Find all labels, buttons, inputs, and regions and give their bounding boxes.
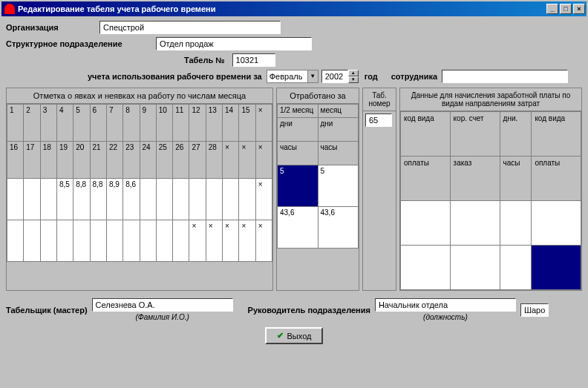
attendance-value-cell[interactable]: [239, 179, 255, 220]
worked-header: Отработано за: [277, 88, 359, 104]
attendance-value-cell[interactable]: [106, 220, 122, 262]
worked-hours-full[interactable]: 43,6: [318, 207, 359, 249]
attendance-value-cell[interactable]: [7, 220, 24, 262]
attendance-value-cell[interactable]: ×: [223, 220, 239, 262]
payroll-cell[interactable]: [450, 246, 500, 290]
attendance-value-cell[interactable]: [140, 179, 156, 220]
attendance-value-cell[interactable]: ×: [255, 179, 272, 220]
year-up-icon[interactable]: ▲: [348, 70, 359, 76]
attendance-day-cell: 21: [90, 142, 106, 179]
supervisor-name-input[interactable]: [520, 303, 549, 317]
attendance-day-cell: 16: [7, 142, 24, 179]
attendance-value-cell[interactable]: ×: [189, 220, 206, 262]
attendance-value-cell[interactable]: [56, 220, 73, 262]
attendance-day-cell: 26: [173, 142, 189, 179]
close-button[interactable]: ×: [573, 4, 585, 14]
chevron-down-icon[interactable]: ▼: [307, 70, 318, 82]
attendance-value-cell[interactable]: [173, 179, 189, 220]
attendance-value-cell[interactable]: [40, 179, 56, 220]
attendance-value-cell[interactable]: [90, 220, 106, 262]
payroll-header-cell: оплаты: [401, 157, 451, 201]
payroll-cell[interactable]: [401, 246, 451, 290]
worked-panel: Отработано за 1/2 месяц месяц дни дни ча…: [276, 88, 359, 291]
attendance-value-cell[interactable]: [206, 179, 222, 220]
attendance-value-cell[interactable]: [140, 220, 156, 262]
attendance-value-cell[interactable]: [74, 220, 90, 262]
month-input[interactable]: [267, 70, 307, 82]
attendance-value-cell[interactable]: [156, 179, 172, 220]
attendance-value-cell[interactable]: 8,8: [74, 179, 90, 220]
attendance-day-cell: ×: [239, 142, 255, 179]
window-title: Редактирование табеля учета рабочего вре…: [18, 4, 546, 13]
attendance-day-cell: 9: [140, 105, 156, 142]
titlebar: Редактирование табеля учета рабочего вре…: [1, 1, 587, 16]
timekeeper-input[interactable]: [92, 298, 233, 312]
exit-button[interactable]: ✔ Выход: [265, 327, 324, 344]
attendance-value-cell[interactable]: [123, 220, 140, 262]
worked-days-full[interactable]: 5: [318, 165, 359, 207]
dept-input[interactable]: [156, 37, 312, 50]
payroll-header-cell: заказ: [450, 157, 500, 201]
payroll-cell[interactable]: [532, 201, 581, 246]
year-input[interactable]: [321, 70, 348, 83]
attendance-value-cell[interactable]: [40, 220, 56, 262]
tabno-header: Таб. номер: [363, 88, 396, 111]
attendance-value-cell[interactable]: [24, 220, 40, 262]
tabel-no-input[interactable]: [232, 53, 275, 67]
worked-days-label: дни: [278, 118, 318, 142]
org-input[interactable]: [99, 21, 281, 34]
attendance-value-cell[interactable]: [7, 179, 24, 220]
attendance-day-cell: ×: [255, 142, 272, 179]
dept-label: Структурное подразделение: [6, 39, 156, 48]
attendance-value-cell[interactable]: [156, 220, 172, 262]
attendance-value-cell[interactable]: [173, 220, 189, 262]
payroll-header-cell: оплаты: [532, 157, 581, 201]
payroll-cell[interactable]: [500, 246, 532, 290]
worked-days-half[interactable]: 5: [278, 165, 318, 207]
window: Редактирование табеля учета рабочего вре…: [0, 0, 588, 388]
check-icon: ✔: [277, 331, 284, 341]
tabel-no-label: Табель №: [184, 56, 225, 65]
attendance-day-cell: 17: [24, 142, 40, 179]
period-label: учета использования рабочего времени за: [88, 72, 262, 81]
attendance-day-cell: 15: [239, 105, 255, 142]
attendance-value-cell[interactable]: 8,5: [56, 179, 73, 220]
payroll-cell[interactable]: [401, 201, 451, 246]
attendance-value-cell[interactable]: ×: [206, 220, 222, 262]
attendance-value-cell[interactable]: [189, 179, 206, 220]
attendance-day-cell: 27: [189, 142, 206, 179]
supervisor-title-input[interactable]: [375, 298, 516, 312]
attendance-day-cell: ×: [255, 105, 272, 142]
worked-hours-half[interactable]: 43,6: [278, 207, 318, 249]
attendance-day-cell: 23: [123, 142, 140, 179]
attendance-header: Отметка о явках и неявках на работу по ч…: [7, 88, 272, 104]
attendance-value-cell[interactable]: [24, 179, 40, 220]
month-combo[interactable]: ▼: [267, 70, 318, 83]
exit-label: Выход: [287, 332, 312, 341]
supervisor-hint: (должность): [375, 313, 516, 321]
attendance-day-cell: 22: [106, 142, 122, 179]
year-down-icon[interactable]: ▼: [348, 76, 359, 83]
attendance-value-cell[interactable]: ×: [255, 220, 272, 262]
attendance-value-cell[interactable]: [223, 179, 239, 220]
payroll-header-cell: кор. счет: [450, 112, 500, 157]
maximize-button[interactable]: □: [560, 4, 572, 14]
payroll-cell[interactable]: [450, 201, 500, 246]
attendance-value-cell[interactable]: 8,6: [123, 179, 140, 220]
employee-input[interactable]: [442, 70, 568, 83]
attendance-day-cell: 6: [90, 105, 106, 142]
payroll-cell[interactable]: [500, 201, 532, 246]
attendance-day-cell: 20: [74, 142, 90, 179]
attendance-value-cell[interactable]: 8,8: [90, 179, 106, 220]
attendance-day-cell: 10: [156, 105, 172, 142]
minimize-button[interactable]: _: [546, 4, 558, 14]
attendance-day-cell: 1: [7, 105, 24, 142]
timekeeper-hint: (Фамилия И.О.): [92, 313, 233, 321]
attendance-value-cell[interactable]: ×: [239, 220, 255, 262]
tabno-input[interactable]: [365, 114, 392, 127]
payroll-cell[interactable]: [532, 246, 581, 290]
attendance-value-cell[interactable]: 8,9: [106, 179, 122, 220]
attendance-day-cell: 2: [24, 105, 40, 142]
payroll-header-cell: дни.: [500, 112, 532, 157]
payroll-header-cell: код вида: [532, 112, 581, 157]
